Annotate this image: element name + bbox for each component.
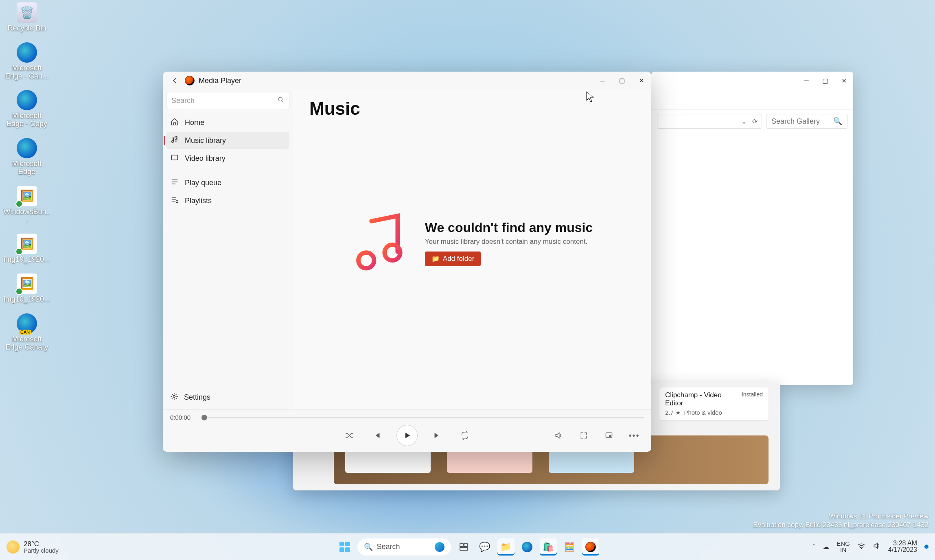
svg-rect-10: [460, 547, 467, 550]
window-title: Media Player: [199, 77, 593, 85]
desktop-icons: 🗑️ Recycle Bin Microsoft Edge - Can... M…: [2, 2, 51, 351]
onedrive-icon[interactable]: ☁: [823, 543, 829, 551]
svg-point-11: [861, 548, 862, 549]
player-titlebar[interactable]: Media Player ─ ▢ ✕: [163, 72, 651, 90]
back-button[interactable]: [167, 72, 183, 89]
more-icon: •••: [628, 431, 639, 440]
task-view-button[interactable]: [455, 538, 472, 556]
fullscreen-icon: [580, 431, 588, 440]
empty-subtext: Your music library doesn't contain any m…: [425, 238, 593, 246]
nav-home[interactable]: Home: [166, 114, 289, 131]
speaker-icon: [554, 431, 563, 440]
next-button[interactable]: [429, 427, 445, 444]
folder-plus-icon: 📁: [431, 255, 440, 262]
seek-thumb-icon[interactable]: [201, 415, 207, 420]
player-controls: 0:00:00: [163, 409, 651, 452]
refresh-icon[interactable]: ⟳: [752, 118, 758, 125]
repeat-button[interactable]: [457, 427, 473, 444]
desktop-icon-label: Microsoft Edge - Can...: [2, 64, 51, 81]
desktop-icon-file-3[interactable]: 🖼️ img10_1920...: [2, 273, 51, 304]
add-folder-label: Add folder: [443, 255, 475, 263]
shuffle-button[interactable]: [341, 427, 357, 444]
taskbar[interactable]: 28°C Partly cloudy 🔍 Search 💬 📁 🛍️ 🧮: [0, 533, 935, 560]
close-button[interactable]: ✕: [834, 72, 853, 90]
desktop-icon-recycle-bin[interactable]: 🗑️ Recycle Bin: [2, 2, 51, 33]
minimize-button[interactable]: ─: [593, 72, 612, 90]
file-explorer-window[interactable]: ─ ▢ ✕ ⌄ ⟳ Search Gallery 🔍: [651, 72, 853, 385]
svg-point-3: [173, 395, 175, 397]
start-button[interactable]: [336, 538, 353, 556]
minimize-button[interactable]: ─: [797, 72, 816, 90]
store-app-card[interactable]: Clipchamp - Video Editor Installed 2.7 ★…: [659, 387, 769, 420]
video-icon: [170, 153, 179, 164]
nav-settings[interactable]: Settings: [166, 388, 289, 406]
taskbar-search-placeholder: Search: [377, 542, 400, 551]
queue-icon: [170, 178, 179, 188]
nav-play-queue[interactable]: Play queue: [166, 174, 289, 191]
more-button[interactable]: •••: [626, 427, 642, 444]
desktop-icon-label: Recycle Bin: [2, 24, 51, 33]
arrow-left-icon: [171, 77, 179, 84]
mini-player-icon: [605, 431, 613, 440]
previous-button[interactable]: [369, 427, 385, 444]
tray-chevron-up-icon[interactable]: ˄: [812, 543, 815, 551]
desktop-icon-edge-can[interactable]: Microsoft Edge - Can...: [2, 42, 51, 81]
desktop-icon-file-2[interactable]: 🖼️ img19_1920...: [2, 234, 51, 264]
taskbar-store[interactable]: 🛍️: [540, 538, 557, 556]
chevron-down-icon[interactable]: ⌄: [741, 118, 747, 125]
explorer-search-placeholder: Search Gallery: [771, 117, 820, 126]
player-content: Music We couldn't find an: [293, 90, 651, 409]
wifi-icon[interactable]: [857, 542, 865, 552]
taskbar-file-explorer[interactable]: 📁: [497, 538, 515, 556]
taskbar-tray: ˄ ☁ ENG IN 3:28 AM 4/17/2023: [812, 540, 928, 554]
tray-clock[interactable]: 3:28 AM 4/17/2023: [888, 540, 917, 554]
seek-slider[interactable]: [204, 417, 644, 418]
tray-language[interactable]: ENG IN: [836, 540, 850, 553]
media-player-icon: [585, 542, 596, 552]
mini-player-button[interactable]: [601, 427, 617, 444]
nav-music-library[interactable]: Music library: [166, 132, 289, 149]
media-player-window[interactable]: Media Player ─ ▢ ✕ Home M: [163, 72, 651, 452]
nav-video-library[interactable]: Video library: [166, 150, 289, 167]
desktop-icon-edge-canary[interactable]: CAN Microsoft Edge Canary: [2, 313, 51, 352]
fullscreen-button[interactable]: [576, 427, 592, 444]
taskbar-edge[interactable]: [519, 538, 536, 556]
search-input[interactable]: [166, 92, 289, 109]
nav-playlists[interactable]: Playlists: [166, 192, 289, 209]
explorer-titlebar[interactable]: ─ ▢ ✕: [651, 72, 853, 90]
search-icon: 🔍: [833, 117, 842, 126]
desktop-icon-edge[interactable]: Microsoft Edge: [2, 138, 51, 176]
play-button[interactable]: [396, 425, 418, 446]
edge-icon: [17, 90, 37, 110]
play-icon: [403, 431, 411, 440]
player-sidebar: Home Music library Video library Play qu: [163, 90, 293, 409]
svg-point-2: [176, 200, 178, 202]
edge-icon: [17, 138, 37, 158]
add-folder-button[interactable]: 📁 Add folder: [425, 252, 481, 266]
search-icon: [278, 96, 284, 105]
image-file-icon: 🖼️: [17, 234, 37, 254]
taskbar-calculator[interactable]: 🧮: [561, 538, 578, 556]
notifications-icon[interactable]: [924, 545, 928, 549]
close-button[interactable]: ✕: [632, 72, 651, 90]
volume-icon[interactable]: [873, 542, 881, 552]
explorer-toolbar: [651, 90, 853, 110]
explorer-search-box[interactable]: Search Gallery 🔍: [766, 114, 847, 129]
explorer-body[interactable]: [651, 133, 853, 385]
taskbar-media-player[interactable]: [582, 538, 599, 556]
desktop-icon-edge-copy[interactable]: Microsoft Edge - Copy: [2, 90, 51, 128]
maximize-button[interactable]: ▢: [612, 72, 632, 90]
music-art-icon: [352, 212, 409, 273]
explorer-address-bar[interactable]: ⌄ ⟳: [657, 114, 762, 129]
empty-state: We couldn't find any music Your music li…: [293, 212, 651, 273]
maximize-button[interactable]: ▢: [816, 72, 834, 90]
search-field[interactable]: [171, 96, 278, 105]
player-nav: Home Music library Video library Play qu: [166, 114, 289, 209]
taskbar-search[interactable]: 🔍 Search: [357, 538, 451, 556]
desktop-icon-file-1[interactable]: 🖼️ WindowsBun...: [2, 186, 51, 224]
store-card-status: Installed: [742, 391, 763, 398]
taskbar-weather[interactable]: 28°C Partly cloudy: [7, 540, 59, 553]
taskbar-chat[interactable]: 💬: [476, 538, 493, 556]
nav-label: Music library: [185, 136, 226, 145]
volume-button[interactable]: [550, 427, 567, 444]
